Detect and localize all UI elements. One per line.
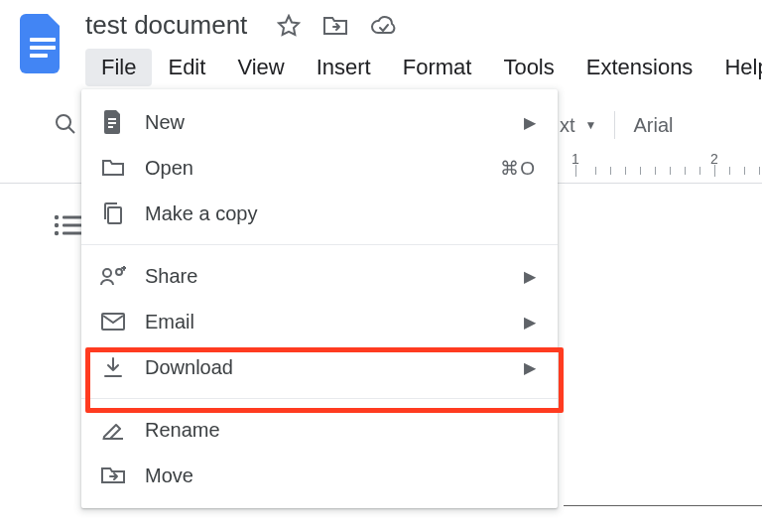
move-to-folder-icon[interactable] [322, 15, 348, 37]
font-label: Arial [633, 114, 673, 137]
header: test document File Edit View Insert Form… [0, 0, 762, 86]
menu-file[interactable]: File [85, 49, 152, 86]
file-menu-email-label: Email [145, 311, 194, 333]
search-icon[interactable] [54, 112, 77, 136]
file-menu-download-label: Download [145, 356, 233, 379]
menu-separator [81, 398, 558, 399]
submenu-arrow-icon: ▶ [524, 267, 536, 286]
svg-rect-17 [108, 207, 121, 223]
file-menu-new-label: New [145, 111, 185, 134]
menu-tools[interactable]: Tools [487, 49, 570, 86]
menu-help[interactable]: Help [708, 49, 762, 86]
menu-extensions[interactable]: Extensions [571, 49, 709, 86]
file-menu-new[interactable]: New ▶ [81, 99, 558, 145]
font-selector[interactable]: Arial [633, 114, 673, 137]
folder-open-icon [99, 158, 127, 178]
file-menu-open[interactable]: Open ⌘O [81, 145, 558, 191]
svg-point-8 [55, 215, 59, 219]
file-menu-rename-label: Rename [145, 419, 220, 442]
svg-rect-3 [30, 46, 56, 50]
svg-rect-16 [108, 126, 113, 128]
svg-rect-4 [30, 54, 48, 58]
new-document-icon [99, 110, 127, 134]
toolbar-divider [614, 111, 615, 139]
file-menu-make-copy-label: Make a copy [145, 202, 257, 225]
svg-point-12 [55, 231, 59, 235]
svg-rect-9 [63, 215, 82, 218]
paragraph-style-selector[interactable]: xt ▼ [560, 114, 596, 137]
file-menu-rename[interactable]: Rename [81, 407, 558, 453]
svg-point-19 [116, 269, 122, 275]
submenu-arrow-icon: ▶ [524, 313, 536, 332]
download-icon [99, 356, 127, 378]
star-icon[interactable] [277, 14, 301, 38]
svg-rect-13 [63, 231, 82, 234]
file-menu-dropdown: New ▶ Open ⌘O Make a copy Share ▶ Email … [81, 89, 558, 508]
submenu-arrow-icon: ▶ [524, 358, 536, 377]
menu-edit[interactable]: Edit [152, 49, 221, 86]
menu-bar: File Edit View Insert Format Tools Exten… [85, 49, 762, 86]
paragraph-style-label: xt [560, 114, 575, 137]
cloud-saved-icon[interactable] [370, 15, 398, 37]
file-menu-move-label: Move [145, 465, 193, 487]
file-menu-share-label: Share [145, 265, 197, 288]
menu-view[interactable]: View [221, 49, 300, 86]
rename-icon [99, 420, 127, 440]
submenu-arrow-icon: ▶ [524, 113, 536, 132]
svg-point-6 [57, 115, 70, 129]
file-menu-download[interactable]: Download ▶ [81, 344, 558, 390]
menu-separator [81, 244, 558, 245]
move-icon [99, 466, 127, 485]
page-edge [564, 505, 762, 506]
docs-logo[interactable] [20, 14, 65, 73]
svg-line-7 [68, 127, 74, 133]
document-title[interactable]: test document [85, 10, 247, 41]
menu-insert[interactable]: Insert [301, 49, 387, 86]
share-icon [99, 266, 127, 286]
menu-format[interactable]: Format [387, 49, 488, 86]
svg-point-18 [103, 269, 111, 277]
outline-toggle-icon[interactable] [54, 213, 83, 237]
svg-point-10 [55, 223, 59, 227]
svg-marker-5 [279, 16, 299, 35]
svg-rect-14 [108, 118, 116, 120]
svg-rect-15 [108, 122, 116, 124]
svg-rect-2 [30, 38, 56, 42]
caret-down-icon: ▼ [585, 118, 597, 132]
email-icon [99, 313, 127, 331]
file-menu-move[interactable]: Move [81, 453, 558, 498]
file-menu-email[interactable]: Email ▶ [81, 299, 558, 344]
open-shortcut: ⌘O [500, 157, 536, 180]
file-menu-make-copy[interactable]: Make a copy [81, 191, 558, 236]
file-menu-open-label: Open [145, 157, 193, 180]
file-menu-share[interactable]: Share ▶ [81, 253, 558, 299]
copy-icon [99, 201, 127, 225]
svg-rect-11 [63, 223, 82, 226]
